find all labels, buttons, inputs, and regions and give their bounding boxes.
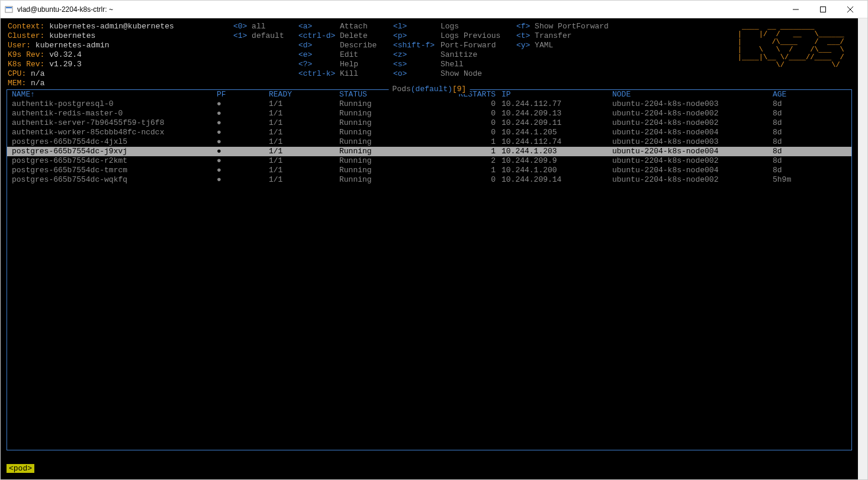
cell-ip: 10.244.112.74 <box>498 137 610 147</box>
cell-pf: ● <box>214 175 266 185</box>
cell-node: ubuntu-2204-k8s-node002 <box>610 109 770 118</box>
col-ip[interactable]: IP <box>498 90 610 99</box>
cell-ip: 10.244.112.77 <box>498 99 610 109</box>
context-label: Context: <box>8 22 44 31</box>
cell-node: ubuntu-2204-k8s-node004 <box>610 128 770 137</box>
cell-ready: 1/1 <box>266 147 337 156</box>
user-value: kubernetes-admin <box>36 41 110 50</box>
cell-pf: ● <box>214 99 266 109</box>
k8s-value: v1.29.3 <box>49 60 82 69</box>
breadcrumb: <pod> <box>7 464 34 473</box>
table-row[interactable]: postgres-665b7554dc-4jxl5●1/1Running110.… <box>7 137 851 147</box>
terminal[interactable]: Context: kubernetes-admin@kubernetes Clu… <box>1 18 867 479</box>
cell-pf: ● <box>214 128 266 137</box>
context-value: kubernetes-admin@kubernetes <box>49 22 174 31</box>
cell-name: postgres-665b7554dc-4jxl5 <box>7 137 214 147</box>
cmd-hint: <0> all <box>233 22 298 31</box>
minimize-button[interactable] <box>782 1 809 18</box>
cmd-label: Sanitize <box>441 50 516 60</box>
cell-ip: 10.244.209.13 <box>498 109 610 118</box>
cmd-hint: <a> <box>298 22 340 31</box>
cell-age: 8d <box>770 109 851 118</box>
col-age[interactable]: AGE <box>770 90 851 99</box>
cell-restarts: 1 <box>455 147 498 156</box>
cmd-label: Logs Previous <box>441 31 516 41</box>
cell-restarts: 1 <box>455 166 498 175</box>
mem-label: MEM: <box>8 79 26 88</box>
cell-name: authentik-postgresql-0 <box>7 99 214 109</box>
cmd-label: Show Node <box>441 69 516 79</box>
col-name[interactable]: NAME↑ <box>7 90 214 99</box>
cmd-label: Port-Forward <box>441 41 516 50</box>
cell-ready: 1/1 <box>266 128 337 137</box>
table-row[interactable]: postgres-665b7554dc-wqkfq●1/1Running010.… <box>7 175 851 185</box>
pods-panel: Pods(default)[9] NAME↑ PF READY STATUS R… <box>7 89 852 450</box>
cmd-hint: <l> <box>393 22 441 31</box>
cell-node: ubuntu-2204-k8s-node003 <box>610 99 770 109</box>
cpu-value: n/a <box>31 69 44 78</box>
cell-ready: 1/1 <box>266 166 337 175</box>
table-row[interactable]: authentik-postgresql-0●1/1Running010.244… <box>7 99 851 109</box>
cell-restarts: 0 <box>455 118 498 128</box>
col-node[interactable]: NODE <box>610 90 770 99</box>
table-row[interactable]: authentik-worker-85cbbb48fc-ncdcx●1/1Run… <box>7 128 851 137</box>
cell-restarts: 0 <box>455 99 498 109</box>
panel-title: Pods(default)[9] <box>389 85 470 94</box>
titlebar[interactable]: vlad@ubuntu-2204-k8s-ctrlr: ~ <box>1 1 867 18</box>
col-pf[interactable]: PF <box>214 90 266 99</box>
cell-node: ubuntu-2204-k8s-node004 <box>610 166 770 175</box>
cell-ip: 10.244.1.200 <box>498 166 610 175</box>
scrollbar[interactable] <box>858 18 867 479</box>
cell-ready: 1/1 <box>266 99 337 109</box>
cell-name: authentik-server-7b96455f59-tj6f8 <box>7 118 214 128</box>
k8s-label: K8s Rev: <box>8 60 44 69</box>
maximize-button[interactable] <box>809 1 837 18</box>
close-button[interactable] <box>837 1 864 18</box>
table-row[interactable]: authentik-redis-master-0●1/1Running010.2… <box>7 109 851 118</box>
cell-ready: 1/1 <box>266 109 337 118</box>
app-window: vlad@ubuntu-2204-k8s-ctrlr: ~ Context: k… <box>0 0 868 480</box>
cluster-value: kubernetes <box>49 31 95 40</box>
cell-ready: 1/1 <box>266 137 337 147</box>
cell-name: postgres-665b7554dc-tmrcm <box>7 166 214 175</box>
title-count: [9] <box>452 85 466 94</box>
cell-ready: 1/1 <box>266 156 337 166</box>
cell-name: authentik-redis-master-0 <box>7 109 214 118</box>
table-row[interactable]: postgres-665b7554dc-r2kmt●1/1Running210.… <box>7 156 851 166</box>
cmd-label: Logs <box>441 22 516 31</box>
cell-ip: 10.244.1.205 <box>498 128 610 137</box>
cell-pf: ● <box>214 137 266 147</box>
cmd-hint: <f> Show PortForward <box>516 22 609 31</box>
cell-node: ubuntu-2204-k8s-node002 <box>610 156 770 166</box>
cell-ip: 10.244.1.203 <box>498 147 610 156</box>
cell-status: Running <box>337 118 455 128</box>
cell-name: postgres-665b7554dc-r2kmt <box>7 156 214 166</box>
cell-node: ubuntu-2204-k8s-node002 <box>610 175 770 185</box>
cell-ip: 10.244.209.14 <box>498 175 610 185</box>
cell-status: Running <box>337 128 455 137</box>
cluster-info: Context: kubernetes-admin@kubernetes Clu… <box>8 22 174 88</box>
cmd-label: Describe <box>340 41 393 50</box>
app-icon <box>4 5 14 14</box>
cell-age: 5h9m <box>770 175 851 185</box>
cell-restarts: 1 <box>455 137 498 147</box>
title-namespace: (default) <box>411 85 452 94</box>
cmd-hint: <y> YAML <box>516 41 609 50</box>
pods-table[interactable]: NAME↑ PF READY STATUS RESTARTS IP NODE A… <box>7 90 851 185</box>
cmd-hint: <1> default <box>233 31 298 41</box>
cluster-label: Cluster: <box>8 31 44 40</box>
cmd-hint: <o> <box>393 69 441 79</box>
table-row[interactable]: postgres-665b7554dc-tmrcm●1/1Running110.… <box>7 166 851 175</box>
cmd-hint: <e> <box>298 50 340 60</box>
cell-node: ubuntu-2204-k8s-node003 <box>610 137 770 147</box>
col-ready[interactable]: READY <box>266 90 337 99</box>
cell-node: ubuntu-2204-k8s-node002 <box>610 118 770 128</box>
cmd-hint: <d> <box>298 41 340 50</box>
cell-name: authentik-worker-85cbbb48fc-ncdcx <box>7 128 214 137</box>
crumb-pod[interactable]: <pod> <box>7 464 34 473</box>
table-row[interactable]: authentik-server-7b96455f59-tj6f8●1/1Run… <box>7 118 851 128</box>
cell-pf: ● <box>214 109 266 118</box>
k9s-logo: ____ __ ________ | |/ / __ \______ | /\_… <box>738 23 848 69</box>
cell-ready: 1/1 <box>266 175 337 185</box>
table-row[interactable]: postgres-665b7554dc-j9xvj●1/1Running110.… <box>7 147 851 156</box>
